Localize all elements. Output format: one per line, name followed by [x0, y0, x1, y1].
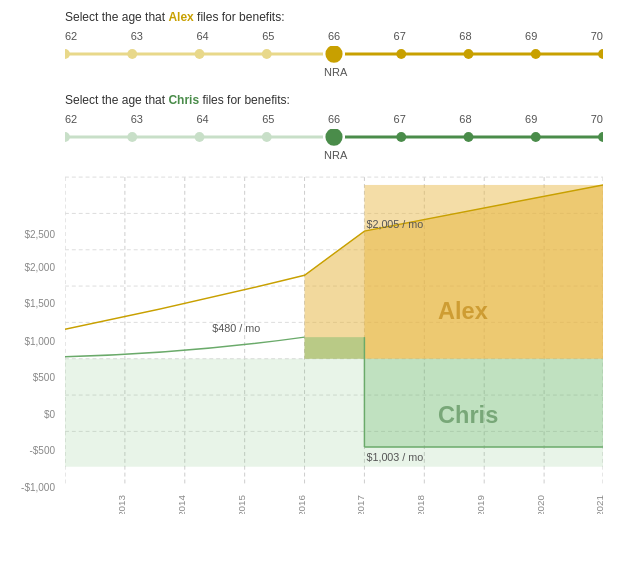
svg-text:2013: 2013	[116, 495, 127, 514]
alex-age-64: 64	[196, 30, 208, 42]
chris-line-rising	[65, 337, 305, 357]
chris-age-67: 67	[394, 113, 406, 125]
svg-text:2016: 2016	[296, 495, 307, 514]
alex-age-63: 63	[131, 30, 143, 42]
alex-region-label: Alex	[438, 298, 488, 324]
y-label-2500: $2,500	[24, 229, 55, 240]
svg-text:2017: 2017	[355, 495, 366, 514]
alex-age-67: 67	[394, 30, 406, 42]
alex-age-66: 66	[328, 30, 340, 42]
chris-slider-label: Select the age that Chris files for bene…	[10, 93, 613, 107]
svg-text:2012: 2012	[65, 495, 67, 514]
main-container: Select the age that Alex files for benef…	[0, 0, 623, 564]
chris-age-66: 66	[328, 113, 340, 125]
chris-slider-row: 62 63 64 65 66 67 68 69 70	[10, 111, 613, 166]
chris-positive-rect	[305, 337, 365, 359]
svg-text:2018: 2018	[415, 495, 426, 514]
y-label-1000: $1,000	[24, 336, 55, 347]
chris-negative-label: $1,003 / mo	[366, 451, 423, 463]
y-label-1500: $1,500	[24, 298, 55, 309]
alex-age-65: 65	[262, 30, 274, 42]
y-axis: $2,500 $2,000 $1,500 $1,000 $500 $0 -$50…	[10, 174, 60, 514]
alex-age-68: 68	[459, 30, 471, 42]
chris-age-70: 70	[591, 113, 603, 125]
svg-text:2020: 2020	[535, 495, 546, 514]
chris-age-64: 64	[196, 113, 208, 125]
svg-text:2014: 2014	[176, 495, 187, 514]
alex-amount-label: $2,005 / mo	[366, 218, 423, 230]
alex-age-labels: 62 63 64 65 66 67 68 69 70	[65, 30, 603, 42]
alex-nra-label: NRA	[324, 66, 347, 78]
chris-region-label: Chris	[438, 402, 498, 428]
alex-slider-label: Select the age that Alex files for benef…	[10, 10, 613, 24]
main-chart-svg: 2012 2012 2013 2014 2015 2016 2017 2018 …	[65, 174, 603, 514]
chris-age-labels: 62 63 64 65 66 67 68 69 70	[65, 113, 603, 125]
y-label-neg500: -$500	[29, 445, 55, 456]
y-label-0: $0	[44, 409, 55, 420]
chris-age-62: 62	[65, 113, 77, 125]
alex-age-69: 69	[525, 30, 537, 42]
alex-age-70: 70	[591, 30, 603, 42]
chris-age-65: 65	[262, 113, 274, 125]
alex-slider-section: Select the age that Alex files for benef…	[10, 10, 613, 83]
alex-rect	[364, 185, 603, 359]
alex-slider-row: 62 63 64 65 66 67 68 69 70	[10, 28, 613, 83]
chris-positive-label: $480 / mo	[212, 322, 260, 334]
chris-slider-section: Select the age that Chris files for bene…	[10, 93, 613, 166]
y-label-500: $500	[33, 372, 55, 383]
chris-age-63: 63	[131, 113, 143, 125]
chart-section: $2,500 $2,000 $1,500 $1,000 $500 $0 -$50…	[10, 174, 613, 514]
chris-label-prefix: Select the age that	[65, 93, 168, 107]
y-label-neg1000: -$1,000	[21, 482, 55, 493]
chris-name: Chris	[168, 93, 199, 107]
alex-age-62: 62	[65, 30, 77, 42]
chris-age-68: 68	[459, 113, 471, 125]
svg-text:2019: 2019	[475, 495, 486, 514]
alex-name: Alex	[168, 10, 193, 24]
svg-text:2021: 2021	[594, 495, 603, 514]
alex-label-suffix: files for benefits:	[194, 10, 285, 24]
chris-nra-label: NRA	[324, 149, 347, 161]
chart-with-yaxis: $2,500 $2,000 $1,500 $1,000 $500 $0 -$50…	[65, 174, 603, 514]
chris-label-suffix: files for benefits:	[199, 93, 290, 107]
chris-age-69: 69	[525, 113, 537, 125]
svg-text:2015: 2015	[236, 495, 247, 514]
alex-label-prefix: Select the age that	[65, 10, 168, 24]
y-label-2000: $2,000	[24, 262, 55, 273]
